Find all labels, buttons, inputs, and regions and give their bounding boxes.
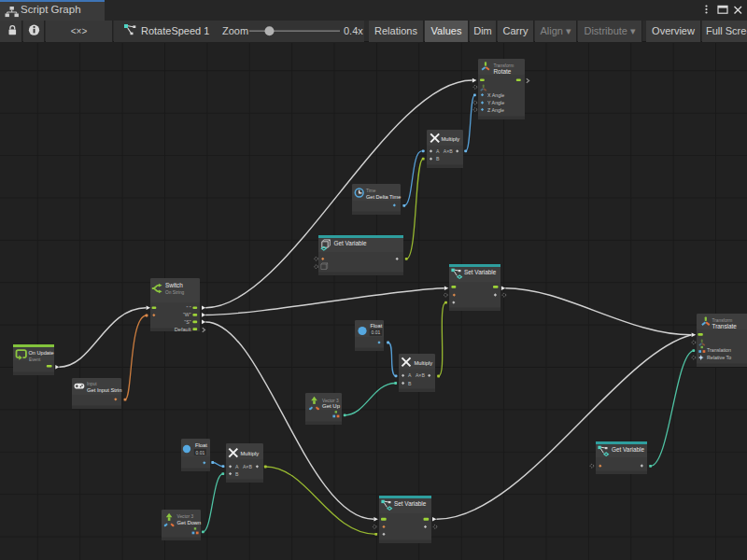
svg-text:Get Variable: Get Variable — [334, 240, 367, 246]
svg-text:Y Angle: Y Angle — [487, 100, 504, 105]
svg-text:Transform: Transform — [494, 63, 514, 68]
svg-text:0.01: 0.01 — [196, 450, 205, 455]
svg-text:On String: On String — [165, 290, 185, 295]
svg-text:Switch: Switch — [165, 282, 183, 288]
svg-text:Get Input Strin: Get Input Strin — [87, 387, 121, 393]
svg-text:Multiply: Multiply — [442, 136, 460, 142]
svg-text:Float: Float — [195, 442, 207, 448]
svg-text:Vector 3: Vector 3 — [177, 514, 194, 519]
svg-text:A: A — [436, 148, 440, 154]
svg-text:Float: Float — [371, 323, 383, 329]
svg-text:Get Variable: Get Variable — [612, 446, 644, 453]
svg-text:Input: Input — [87, 382, 97, 386]
svg-text:Translation: Translation — [707, 347, 731, 353]
svg-text:Default: Default — [175, 327, 191, 332]
svg-text:Multiply: Multiply — [415, 360, 433, 366]
svg-text:"W": "W" — [183, 312, 191, 317]
svg-text:Get Up: Get Up — [322, 403, 341, 409]
svg-text:A: A — [408, 372, 412, 378]
svg-text:0.01: 0.01 — [372, 329, 381, 335]
svg-text:B: B — [436, 156, 440, 161]
svg-text:B: B — [235, 471, 239, 477]
svg-text:Time: Time — [366, 189, 376, 193]
svg-text:Multiply: Multiply — [241, 451, 260, 456]
svg-text:X Angle: X Angle — [487, 92, 504, 98]
svg-text:Vector 3: Vector 3 — [322, 399, 339, 403]
svg-text:Set Variable: Set Variable — [394, 500, 427, 507]
svg-text:" ": " " — [186, 305, 190, 311]
svg-text:A×B: A×B — [243, 464, 252, 469]
svg-text:B: B — [408, 381, 412, 386]
svg-text:Z Angle: Z Angle — [487, 107, 504, 113]
svg-text:Rotate: Rotate — [494, 68, 512, 75]
svg-text:Set Variable: Set Variable — [464, 269, 497, 275]
svg-text:A×B: A×B — [416, 372, 425, 378]
svg-text:Relative To: Relative To — [707, 355, 731, 360]
svg-text:A×B: A×B — [444, 148, 453, 154]
svg-text:"S": "S" — [184, 319, 190, 325]
svg-text:Get Delta Time: Get Delta Time — [366, 194, 401, 200]
svg-text:On Update: On Update — [29, 350, 54, 356]
svg-text:Get Down: Get Down — [177, 520, 202, 525]
svg-text:Event: Event — [29, 357, 41, 362]
svg-text:A: A — [235, 464, 239, 469]
svg-text:Translate: Translate — [712, 323, 738, 329]
svg-text:Transform: Transform — [712, 318, 733, 323]
